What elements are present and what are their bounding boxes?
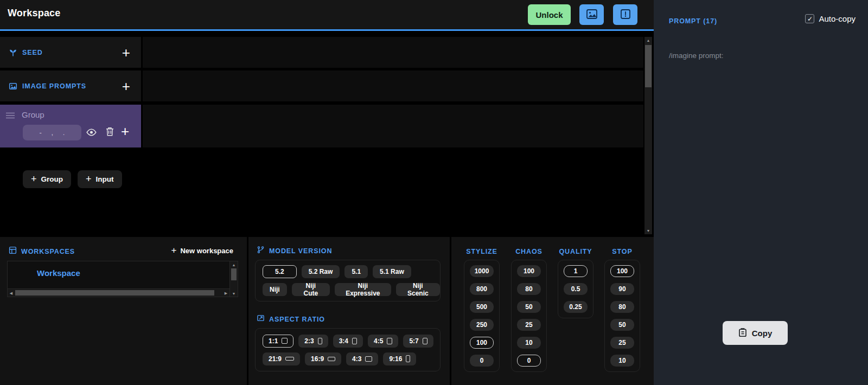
chaos-option[interactable]: 100 bbox=[517, 265, 541, 277]
seed-row-content[interactable] bbox=[143, 37, 643, 68]
model-option[interactable]: Niji Expressive bbox=[335, 283, 391, 296]
scroll-down-arrow[interactable]: ▼ bbox=[644, 227, 652, 234]
prompt-title-text: PROMPT (17) bbox=[669, 17, 717, 25]
workspace-list-item[interactable]: Workspace bbox=[8, 265, 229, 280]
feedback-button[interactable] bbox=[613, 4, 637, 25]
stop-option[interactable]: 100 bbox=[610, 265, 634, 277]
add-input-button[interactable]: + Input bbox=[78, 170, 122, 188]
stop-option[interactable]: 25 bbox=[610, 337, 634, 349]
gallery-button[interactable] bbox=[579, 4, 604, 25]
model-version-box: 5.2 5.2 Raw 5.1 5.1 Raw Niji Niji Cute N… bbox=[255, 260, 441, 301]
prompt-text: /imagine prompt: bbox=[669, 52, 724, 60]
aspect-label: 16:9 bbox=[311, 355, 324, 363]
group-row-content[interactable] bbox=[143, 105, 643, 147]
aspect-option[interactable]: 1:1 bbox=[263, 335, 293, 348]
quality-option[interactable]: 0.5 bbox=[564, 283, 588, 295]
workspaces-title: WORKSPACES bbox=[21, 248, 75, 255]
chaos-option[interactable]: 10 bbox=[517, 337, 541, 349]
add-group-label: Group bbox=[41, 175, 63, 183]
stylize-options: 1000 800 500 250 100 0 bbox=[464, 260, 500, 372]
add-input-label: Input bbox=[96, 175, 114, 183]
chaos-option[interactable]: 80 bbox=[517, 283, 541, 295]
scroll-right-arrow[interactable]: ▶ bbox=[222, 289, 229, 297]
aspect-option[interactable]: 5:7 bbox=[403, 335, 433, 348]
ratio-shape-icon bbox=[328, 357, 335, 361]
workspace-list-hscrollbar[interactable]: ◀ ▶ bbox=[8, 288, 229, 297]
aspect-option[interactable]: 16:9 bbox=[305, 352, 341, 365]
workspace-list-vscrollbar[interactable]: ▲ ▼ bbox=[229, 261, 238, 297]
autocopy-checkbox[interactable]: ✓ bbox=[805, 14, 814, 23]
canvas-scrollbar[interactable]: ▲ ▼ bbox=[644, 37, 652, 234]
workspaces-panel: WORKSPACES + New workspace Workspace ▲ ▼… bbox=[0, 237, 247, 385]
stop-option[interactable]: 50 bbox=[610, 319, 634, 331]
model-option[interactable]: 5.1 Raw bbox=[373, 265, 411, 278]
aspect-option[interactable]: 4:3 bbox=[346, 352, 378, 365]
group-block[interactable]: Group - , . + bbox=[0, 105, 141, 147]
new-workspace-label: New workspace bbox=[180, 247, 233, 255]
model-row-1: 5.2 5.2 Raw 5.1 5.1 Raw bbox=[263, 265, 440, 278]
visibility-button[interactable] bbox=[86, 129, 97, 138]
quality-option[interactable]: 1 bbox=[564, 265, 588, 277]
stylize-option[interactable]: 250 bbox=[470, 319, 494, 331]
aspect-row-2: 21:9 16:9 4:3 9:16 bbox=[263, 352, 440, 365]
autocopy-label: Auto-copy bbox=[819, 14, 856, 23]
scrollbar-thumb[interactable] bbox=[645, 45, 652, 87]
add-seed-button[interactable]: + bbox=[122, 46, 130, 60]
image-prompts-row-content[interactable] bbox=[143, 70, 643, 101]
stop-option[interactable]: 80 bbox=[610, 301, 634, 313]
aspect-option[interactable]: 21:9 bbox=[263, 352, 300, 365]
chaos-option[interactable]: 50 bbox=[517, 301, 541, 313]
aspect-label: 4:3 bbox=[352, 355, 361, 363]
aspect-label: 1:1 bbox=[269, 337, 278, 345]
stop-option[interactable]: 90 bbox=[610, 283, 634, 295]
stylize-option[interactable]: 500 bbox=[470, 301, 494, 313]
aspect-option[interactable]: 4:5 bbox=[368, 335, 398, 348]
scroll-down-arrow[interactable]: ▼ bbox=[230, 290, 238, 297]
add-to-group-button[interactable]: + bbox=[121, 124, 129, 138]
copy-label: Copy bbox=[752, 329, 773, 338]
quality-option[interactable]: 0.25 bbox=[564, 301, 588, 313]
model-version-title: MODEL VERSION bbox=[269, 247, 332, 255]
model-option[interactable]: 5.1 bbox=[344, 265, 368, 278]
model-option[interactable]: 5.2 bbox=[263, 265, 297, 278]
model-option[interactable]: 5.2 Raw bbox=[302, 265, 340, 278]
group-weights-field[interactable]: - , . bbox=[23, 125, 81, 140]
aspect-label: 9:16 bbox=[389, 355, 402, 363]
model-option[interactable]: Niji Cute bbox=[292, 283, 330, 296]
add-image-prompt-button[interactable]: + bbox=[122, 79, 130, 93]
model-version-heading: MODEL VERSION bbox=[257, 246, 332, 256]
model-option[interactable]: Niji Scenic bbox=[396, 283, 440, 296]
plus-icon: + bbox=[31, 174, 37, 185]
quality-options: 1 0.5 0.25 bbox=[558, 260, 593, 318]
prompt-title: PROMPT (17) bbox=[669, 16, 717, 25]
aspect-option[interactable]: 3:4 bbox=[333, 335, 363, 348]
aspect-ratio-box: 1:1 2:3 3:4 4:5 5:7 21:9 16:9 4:3 9:16 bbox=[255, 328, 441, 371]
ratio-shape-icon bbox=[352, 338, 357, 344]
stylize-option[interactable]: 1000 bbox=[470, 265, 494, 277]
seed-label: SEED bbox=[22, 49, 43, 56]
scroll-up-arrow[interactable]: ▲ bbox=[644, 37, 652, 44]
delete-group-button[interactable] bbox=[106, 127, 114, 138]
aspect-option[interactable]: 9:16 bbox=[383, 352, 416, 365]
ratio-shape-icon bbox=[318, 338, 322, 344]
unlock-button[interactable]: Unlock bbox=[528, 4, 571, 25]
stop-option[interactable]: 10 bbox=[610, 355, 634, 367]
image-prompts-row: IMAGE PROMPTS + bbox=[0, 70, 643, 101]
aspect-option[interactable]: 2:3 bbox=[298, 335, 328, 348]
stylize-option[interactable]: 100 bbox=[470, 337, 494, 349]
new-workspace-button[interactable]: + New workspace bbox=[171, 245, 233, 256]
chaos-option[interactable]: 25 bbox=[517, 319, 541, 331]
ratio-shape-icon bbox=[282, 338, 288, 344]
model-option[interactable]: Niji bbox=[263, 283, 287, 296]
stylize-option[interactable]: 800 bbox=[470, 283, 494, 295]
drag-handle-icon[interactable] bbox=[5, 112, 15, 119]
scrollbar-thumb[interactable] bbox=[15, 290, 214, 296]
copy-button[interactable]: Copy bbox=[723, 321, 788, 345]
image-prompts-label: IMAGE PROMPTS bbox=[22, 82, 86, 90]
stylize-option[interactable]: 0 bbox=[470, 355, 494, 367]
scrollbar-thumb[interactable] bbox=[231, 268, 237, 280]
add-group-button[interactable]: + Group bbox=[23, 170, 71, 188]
chaos-option[interactable]: 0 bbox=[517, 355, 541, 367]
scroll-up-arrow[interactable]: ▲ bbox=[230, 261, 238, 268]
scroll-left-arrow[interactable]: ◀ bbox=[8, 289, 15, 297]
